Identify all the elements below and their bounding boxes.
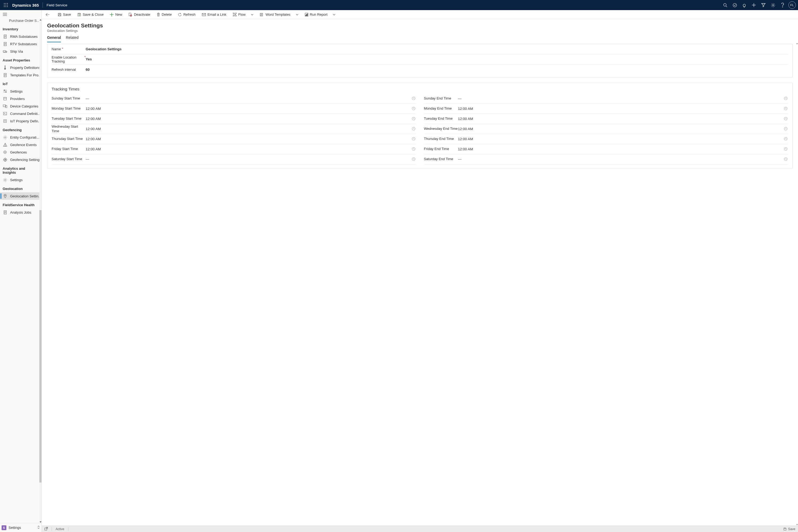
sidebar-item[interactable]: RMA Substatuses: [0, 33, 41, 40]
add-button[interactable]: [749, 0, 759, 10]
sidebar-item[interactable]: Device Categories: [0, 102, 41, 110]
tab-general[interactable]: General: [47, 35, 61, 42]
target-icon: [3, 157, 7, 162]
app-launcher[interactable]: [1, 0, 11, 10]
time-field[interactable]: 12:00 AM: [86, 147, 412, 151]
sidebar-item-truncated[interactable]: Purchase Order Su...: [0, 19, 41, 24]
sidebar-item[interactable]: Templates For Pro...: [0, 71, 41, 79]
sidebar-item-label: Entity Configurati...: [10, 135, 39, 139]
clock-icon: [784, 117, 788, 121]
flow-button[interactable]: Flow: [230, 11, 256, 18]
time-field[interactable]: ---: [458, 157, 784, 161]
sidebar-item[interactable]: Entity Configurati...: [0, 134, 41, 141]
svg-point-52: [4, 152, 5, 153]
sidebar-item-label: Settings: [10, 178, 23, 182]
settings-button[interactable]: [768, 0, 778, 10]
area-switcher[interactable]: S Settings: [0, 523, 41, 532]
sidebar-scrollbar[interactable]: [39, 19, 41, 523]
time-field[interactable]: ---: [458, 97, 784, 100]
popout-button[interactable]: [44, 527, 48, 531]
time-field[interactable]: 12:00 AM: [458, 117, 784, 121]
help-button[interactable]: [778, 0, 787, 10]
scroll-up-arrow[interactable]: [39, 19, 41, 21]
svg-rect-81: [305, 15, 306, 16]
cmd-icon: [3, 111, 7, 116]
svg-point-8: [7, 6, 8, 7]
tab-related[interactable]: Related: [66, 35, 78, 42]
time-label: Friday End Time: [424, 147, 458, 151]
main-scrollbar[interactable]: [796, 42, 798, 526]
delete-button[interactable]: Delete: [154, 11, 174, 18]
time-field[interactable]: 12:00 AM: [86, 117, 412, 121]
funnel-icon: [761, 3, 765, 7]
time-field[interactable]: ---: [86, 97, 412, 100]
sidebar-item[interactable]: Property Definitions: [0, 64, 41, 71]
save-close-button[interactable]: Save & Close: [75, 11, 107, 18]
sidebar-item-label: Property Definitions: [10, 66, 40, 70]
sidebar-item-label: Geofences: [10, 150, 27, 154]
clock-icon: [784, 157, 788, 162]
sliders-icon: [3, 89, 7, 94]
time-field[interactable]: ---: [86, 157, 412, 161]
brand-name[interactable]: Dynamics 365: [11, 3, 39, 7]
sidebar-item[interactable]: Settings: [0, 88, 41, 95]
sidebar-item-label: Analysis Jobs: [10, 210, 31, 214]
time-field[interactable]: 12:00 AM: [458, 137, 784, 141]
svg-point-30: [5, 52, 6, 53]
time-label: Thursday End Time: [424, 137, 458, 141]
footer-save-button[interactable]: Save: [783, 527, 795, 531]
scroll-up-arrow[interactable]: [796, 42, 798, 44]
sidebar-scrollbar-thumb[interactable]: [39, 210, 41, 482]
task-button[interactable]: [730, 0, 740, 10]
save-button[interactable]: Save: [55, 11, 74, 18]
sidebar-item[interactable]: Analysis Jobs: [0, 209, 41, 216]
svg-point-54: [4, 159, 5, 160]
sidebar-item[interactable]: Geofencing Settings: [0, 156, 41, 163]
scroll-down-arrow[interactable]: [796, 524, 798, 526]
sidebar-item[interactable]: Geolocation Settin...: [0, 192, 41, 200]
search-button[interactable]: [720, 0, 730, 10]
deactivate-button[interactable]: Deactivate: [126, 11, 153, 18]
enable-tracking-field[interactable]: Yes: [86, 56, 788, 62]
run-report-button[interactable]: Run Report: [302, 11, 338, 18]
refresh-button[interactable]: Refresh: [175, 11, 198, 18]
email-link-button[interactable]: Email a Link: [199, 11, 229, 18]
sidebar-item[interactable]: Geofence Events: [0, 141, 41, 148]
sidebar-item-label: Settings: [10, 89, 23, 93]
sidebar-item-label: RTV Substatuses: [10, 42, 37, 46]
new-button[interactable]: New: [107, 11, 125, 18]
time-field[interactable]: 12:00 AM: [86, 137, 412, 141]
fence-icon: [3, 150, 7, 155]
name-field[interactable]: Geolocation Settings: [86, 46, 788, 52]
word-templates-button[interactable]: Word Templates: [257, 11, 301, 18]
user-avatar[interactable]: FL: [788, 1, 796, 9]
clock-icon: [784, 127, 788, 131]
nav-toggle[interactable]: [0, 10, 41, 19]
sidebar-item[interactable]: IoT Property Defin...: [0, 117, 41, 125]
svg-point-29: [4, 52, 4, 53]
sidebar-item[interactable]: Geofences: [0, 148, 41, 156]
sidebar-item[interactable]: Providers: [0, 95, 41, 102]
ship-icon: [3, 49, 7, 54]
clock-icon: [412, 137, 416, 141]
time-field[interactable]: 12:00 AM: [86, 127, 412, 131]
svg-rect-66: [59, 15, 61, 16]
sidebar-item[interactable]: RTV Substatuses: [0, 40, 41, 48]
time-field[interactable]: 12:00 AM: [458, 127, 784, 131]
svg-point-6: [4, 6, 5, 7]
refresh-interval-field[interactable]: 60: [86, 66, 788, 73]
sidebar-item[interactable]: Settings: [0, 176, 41, 184]
assistant-button[interactable]: [740, 0, 749, 10]
app-name[interactable]: Field Service: [46, 3, 67, 7]
time-field[interactable]: 12:00 AM: [458, 147, 784, 151]
time-field[interactable]: 12:00 AM: [86, 107, 412, 111]
filter-button[interactable]: [759, 0, 768, 10]
doc-icon: [3, 73, 7, 77]
sidebar-item[interactable]: Command Definiti...: [0, 110, 41, 117]
scroll-down-arrow[interactable]: [39, 521, 41, 523]
back-button[interactable]: [44, 11, 51, 18]
svg-point-7: [5, 6, 6, 7]
sidebar-item[interactable]: Ship Via: [0, 48, 41, 55]
deactivate-label: Deactivate: [134, 13, 150, 17]
time-field[interactable]: 12:00 AM: [458, 107, 784, 111]
